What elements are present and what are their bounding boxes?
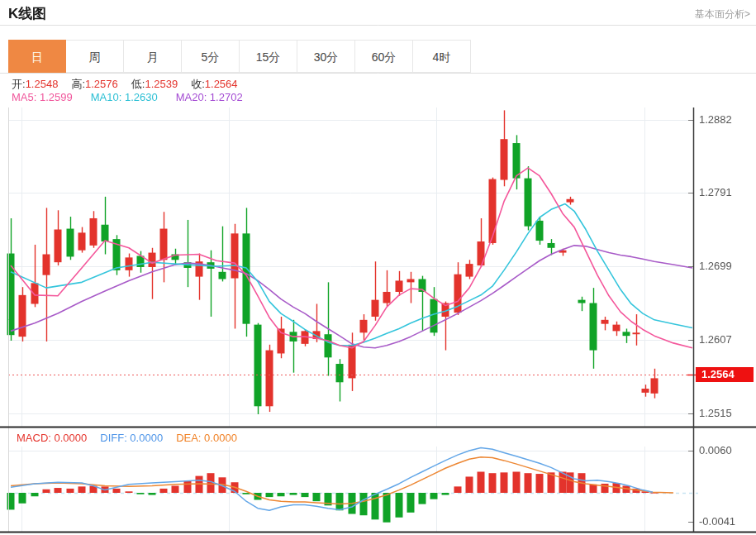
tab-周[interactable]: 周	[66, 40, 124, 73]
tab-月[interactable]: 月	[124, 40, 182, 73]
tab-4时[interactable]: 4时	[413, 40, 471, 73]
macd-legend: MACD: 0.0000DIFF: 0.0000DEA: 0.0000	[17, 432, 237, 444]
ma-legend-item: MA20: 1.2702	[176, 91, 243, 103]
macd-y-axis-label: 0.0060	[699, 444, 732, 456]
tab-5分[interactable]: 5分	[182, 40, 240, 73]
ma-legend-item: MA5: 1.2599	[12, 91, 73, 103]
ohlc-item: 低:1.2539	[131, 77, 178, 92]
period-tabs: 日周月5分15分30分60分4时	[8, 40, 471, 73]
ohlc-item: 高:1.2576	[71, 77, 117, 92]
tab-30分[interactable]: 30分	[297, 40, 355, 73]
y-axis-label: 1.2791	[699, 186, 732, 198]
ohlc-item: 开:1.2548	[12, 77, 58, 92]
tab-60分[interactable]: 60分	[355, 40, 413, 73]
tab-15分[interactable]: 15分	[240, 40, 297, 73]
macd-legend-item: MACD: 0.0000	[17, 432, 87, 444]
kline-widget: K线图 基本面分析> 日周月5分15分30分60分4时 开:1.2548高:1.…	[0, 0, 756, 535]
macd-legend-item: DEA: 0.0000	[176, 432, 237, 444]
macd-y-axis-label: -0.0041	[699, 515, 735, 528]
fundamental-analysis-link[interactable]: 基本面分析>	[695, 7, 750, 21]
ma-legend-item: MA10: 1.2630	[91, 91, 158, 103]
ohlc-legend: 开:1.2548高:1.2576低:1.2539收:1.2564	[12, 77, 238, 92]
page-title: K线图	[8, 4, 46, 23]
ma-legend: MA5: 1.2599MA10: 1.2630MA20: 1.2702	[12, 91, 243, 103]
y-axis-label: 1.2882	[699, 113, 732, 126]
tab-日[interactable]: 日	[8, 40, 66, 73]
macd-legend-item: DIFF: 0.0000	[100, 432, 163, 444]
current-price-tag: 1.2564	[696, 367, 754, 382]
y-axis-label: 1.2607	[699, 333, 732, 346]
y-axis-label: 1.2699	[699, 260, 732, 272]
y-axis-label: 1.2515	[699, 407, 732, 419]
ohlc-item: 收:1.2564	[191, 77, 237, 92]
